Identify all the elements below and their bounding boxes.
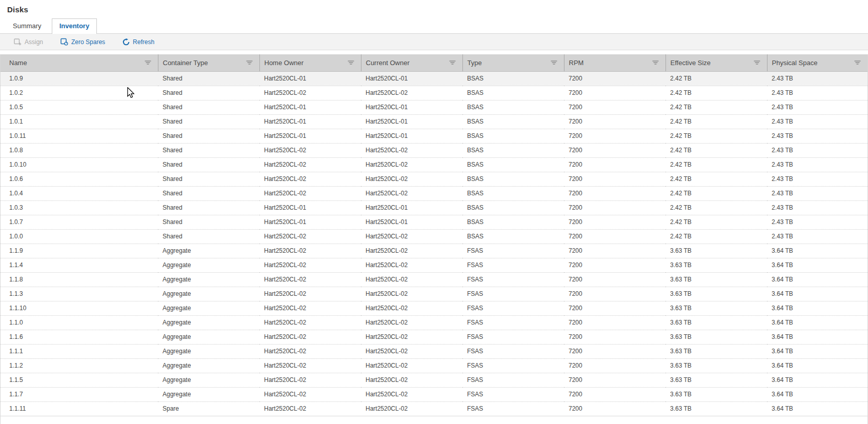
cell: 3.63 TB bbox=[665, 358, 767, 373]
table-row-1-1-6[interactable]: 1.1.6AggregateHart2520CL-02Hart2520CL-02… bbox=[1, 330, 867, 344]
column-header-label: Name bbox=[9, 59, 27, 67]
cell: Hart2520CL-02 bbox=[259, 401, 361, 416]
cell: BSAS bbox=[462, 200, 564, 215]
cell: 1.1.5 bbox=[1, 373, 158, 387]
cell: 7200 bbox=[564, 71, 665, 86]
table-row-1-0-2[interactable]: 1.0.2SharedHart2520CL-02Hart2520CL-02BSA… bbox=[1, 86, 867, 100]
filter-icon[interactable] bbox=[246, 60, 253, 65]
table-row-1-1-11[interactable]: 1.1.11SpareHart2520CL-02Hart2520CL-02FSA… bbox=[1, 401, 867, 416]
table-row-1-1-8[interactable]: 1.1.8AggregateHart2520CL-02Hart2520CL-02… bbox=[1, 272, 867, 287]
cell: BSAS bbox=[462, 143, 564, 157]
cell: Hart2520CL-02 bbox=[259, 244, 361, 258]
table-row-1-0-4[interactable]: 1.0.4SharedHart2520CL-02Hart2520CL-02BSA… bbox=[1, 186, 867, 200]
cell: BSAS bbox=[462, 86, 564, 100]
cell: Hart2520CL-02 bbox=[259, 358, 361, 373]
table-row-1-1-2[interactable]: 1.1.2AggregateHart2520CL-02Hart2520CL-02… bbox=[1, 358, 867, 373]
cell: FSAS bbox=[462, 315, 564, 330]
cell: 1.0.10 bbox=[1, 157, 158, 172]
disks-page: Disks Summary Inventory Assign Zero bbox=[0, 5, 868, 424]
cell: Aggregate bbox=[158, 287, 259, 301]
table-row-1-1-9[interactable]: 1.1.9AggregateHart2520CL-02Hart2520CL-02… bbox=[1, 244, 867, 258]
cell: 1.0.4 bbox=[1, 186, 158, 200]
column-header-effective-size[interactable]: Effective Size bbox=[665, 54, 767, 71]
cell: 2.43 TB bbox=[767, 71, 867, 86]
cell: 1.1.3 bbox=[1, 287, 158, 301]
column-header-home-owner[interactable]: Home Owner bbox=[259, 54, 361, 71]
cell: BSAS bbox=[462, 100, 564, 114]
cell: Hart2520CL-01 bbox=[259, 129, 361, 143]
cell: 3.63 TB bbox=[665, 315, 767, 330]
cell: 3.63 TB bbox=[665, 344, 767, 358]
cell: Shared bbox=[158, 114, 259, 129]
cell: 3.63 TB bbox=[665, 373, 767, 387]
table-row-1-1-4[interactable]: 1.1.4AggregateHart2520CL-02Hart2520CL-02… bbox=[1, 258, 867, 272]
table-header-row: NameContainer TypeHome OwnerCurrent Owne… bbox=[1, 54, 867, 71]
cell: 3.64 TB bbox=[767, 401, 867, 416]
filter-icon[interactable] bbox=[754, 60, 760, 65]
table-row-1-0-9[interactable]: 1.0.9SharedHart2520CL-01Hart2520CL-01BSA… bbox=[1, 71, 867, 86]
table-row-1-0-8[interactable]: 1.0.8SharedHart2520CL-02Hart2520CL-02BSA… bbox=[1, 143, 867, 157]
cell: BSAS bbox=[462, 114, 564, 129]
table-row-1-0-10[interactable]: 1.0.10SharedHart2520CL-02Hart2520CL-02BS… bbox=[1, 157, 867, 172]
cell: Hart2520CL-02 bbox=[361, 358, 462, 373]
table-row-1-1-7[interactable]: 1.1.7AggregateHart2520CL-02Hart2520CL-02… bbox=[1, 387, 867, 401]
cell: 3.63 TB bbox=[665, 401, 767, 416]
filter-icon[interactable] bbox=[551, 60, 557, 65]
filter-icon[interactable] bbox=[145, 60, 151, 65]
column-header-name[interactable]: Name bbox=[1, 54, 158, 71]
table-row-1-0-11[interactable]: 1.0.11SharedHart2520CL-01Hart2520CL-01BS… bbox=[1, 129, 867, 143]
table-row-1-1-5[interactable]: 1.1.5AggregateHart2520CL-02Hart2520CL-02… bbox=[1, 373, 867, 387]
column-header-container-type[interactable]: Container Type bbox=[158, 54, 259, 71]
cell: Hart2520CL-02 bbox=[259, 301, 361, 315]
table-row-1-0-7[interactable]: 1.0.7SharedHart2520CL-01Hart2520CL-01BSA… bbox=[1, 215, 867, 229]
cell: 7200 bbox=[564, 200, 665, 215]
cell: Hart2520CL-02 bbox=[361, 330, 462, 344]
filter-icon[interactable] bbox=[449, 60, 456, 65]
table-row-1-1-1[interactable]: 1.1.1AggregateHart2520CL-02Hart2520CL-02… bbox=[1, 344, 867, 358]
cell: 7200 bbox=[564, 100, 665, 114]
cell: 1.0.11 bbox=[1, 129, 158, 143]
column-header-type[interactable]: Type bbox=[462, 54, 564, 71]
table-row-1-0-5[interactable]: 1.0.5SharedHart2520CL-01Hart2520CL-01BSA… bbox=[1, 100, 867, 114]
cell: 7200 bbox=[564, 344, 665, 358]
column-header-physical-space[interactable]: Physical Space bbox=[767, 54, 867, 71]
cell: Hart2520CL-02 bbox=[361, 287, 462, 301]
cell: 2.42 TB bbox=[665, 172, 767, 186]
cell: 7200 bbox=[564, 315, 665, 330]
table-row-1-0-6[interactable]: 1.0.6SharedHart2520CL-02Hart2520CL-02BSA… bbox=[1, 172, 867, 186]
cell: Hart2520CL-01 bbox=[361, 215, 462, 229]
cell: 2.42 TB bbox=[665, 114, 767, 129]
tab-summary[interactable]: Summary bbox=[7, 19, 47, 33]
cell: 1.0.8 bbox=[1, 143, 158, 157]
cell: FSAS bbox=[462, 387, 564, 401]
table-row-1-1-0[interactable]: 1.1.0AggregateHart2520CL-02Hart2520CL-02… bbox=[1, 315, 867, 330]
cell: FSAS bbox=[462, 301, 564, 315]
column-header-rpm[interactable]: RPM bbox=[564, 54, 665, 71]
column-header-current-owner[interactable]: Current Owner bbox=[361, 54, 462, 71]
cell: 2.42 TB bbox=[665, 86, 767, 100]
filter-icon[interactable] bbox=[652, 60, 659, 65]
cell: BSAS bbox=[462, 186, 564, 200]
zero-spares-button-label: Zero Spares bbox=[71, 38, 105, 46]
cell: 7200 bbox=[564, 401, 665, 416]
tab-inventory[interactable]: Inventory bbox=[52, 18, 97, 34]
table-row-1-0-0[interactable]: 1.0.0SharedHart2520CL-02Hart2520CL-02BSA… bbox=[1, 229, 867, 244]
filter-icon[interactable] bbox=[348, 60, 354, 65]
cell: BSAS bbox=[462, 215, 564, 229]
zero-spares-button[interactable]: Zero Spares bbox=[59, 36, 106, 48]
table-row-1-0-3[interactable]: 1.0.3SharedHart2520CL-01Hart2520CL-01BSA… bbox=[1, 200, 867, 215]
filter-icon[interactable] bbox=[854, 60, 861, 65]
cell: Hart2520CL-02 bbox=[361, 172, 462, 186]
table-row-1-0-1[interactable]: 1.0.1SharedHart2520CL-01Hart2520CL-01BSA… bbox=[1, 114, 867, 129]
cell: 2.43 TB bbox=[767, 100, 867, 114]
table-row-1-1-10[interactable]: 1.1.10AggregateHart2520CL-02Hart2520CL-0… bbox=[1, 301, 867, 315]
cell: Hart2520CL-02 bbox=[361, 258, 462, 272]
cell: Hart2520CL-02 bbox=[259, 157, 361, 172]
refresh-button[interactable]: Refresh bbox=[122, 36, 155, 48]
table-row-1-1-3[interactable]: 1.1.3AggregateHart2520CL-02Hart2520CL-02… bbox=[1, 287, 867, 301]
assign-button[interactable]: Assign bbox=[13, 36, 44, 48]
cell: Hart2520CL-01 bbox=[259, 114, 361, 129]
zero-spares-disk-icon bbox=[60, 38, 68, 46]
cell: 2.43 TB bbox=[767, 215, 867, 229]
cell: Aggregate bbox=[158, 258, 259, 272]
